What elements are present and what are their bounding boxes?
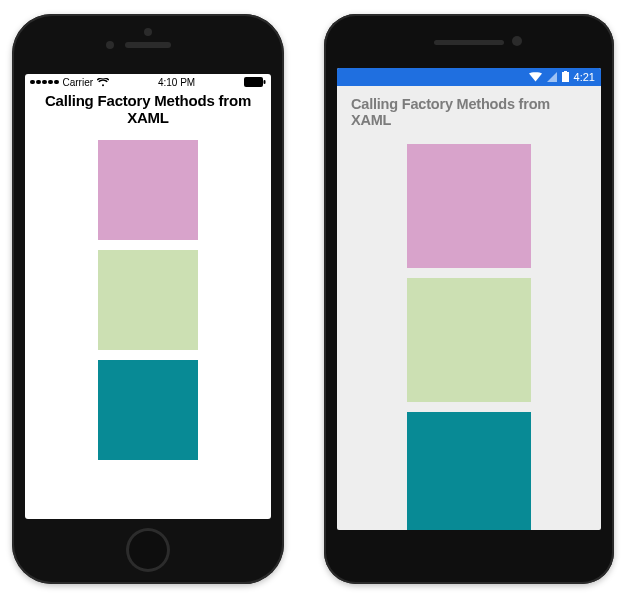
color-swatch-b bbox=[98, 250, 198, 350]
nexus-device-frame: 4:21 Calling Factory Methods from XAML bbox=[324, 14, 614, 584]
color-swatch-a bbox=[407, 144, 531, 268]
android-content bbox=[337, 134, 601, 530]
ios-content bbox=[25, 130, 271, 519]
svg-rect-1 bbox=[264, 80, 266, 84]
wifi-icon bbox=[529, 68, 542, 86]
color-swatch-c bbox=[407, 412, 531, 530]
wifi-icon bbox=[97, 78, 109, 87]
signal-icon bbox=[30, 80, 59, 85]
nexus-camera bbox=[512, 36, 522, 46]
clock-label: 4:10 PM bbox=[158, 77, 195, 88]
color-swatch-a bbox=[98, 140, 198, 240]
color-swatch-b bbox=[407, 278, 531, 402]
clock-label: 4:21 bbox=[574, 71, 595, 83]
nexus-speaker bbox=[434, 40, 504, 45]
ios-status-bar: Carrier 4:10 PM bbox=[25, 74, 271, 90]
svg-rect-0 bbox=[244, 77, 263, 87]
iphone-speaker bbox=[125, 42, 171, 48]
cell-icon bbox=[547, 68, 557, 86]
iphone-device-frame: Carrier 4:10 PM Calling Factory Methods … bbox=[12, 14, 284, 584]
iphone-screen: Carrier 4:10 PM Calling Factory Methods … bbox=[25, 74, 271, 519]
battery-icon bbox=[244, 77, 266, 87]
page-title: Calling Factory Methods from XAML bbox=[337, 86, 601, 134]
nexus-screen: 4:21 Calling Factory Methods from XAML bbox=[337, 68, 601, 530]
iphone-sensor bbox=[144, 28, 152, 36]
carrier-label: Carrier bbox=[63, 77, 94, 88]
home-button[interactable] bbox=[126, 528, 170, 572]
page-title: Calling Factory Methods from XAML bbox=[25, 90, 271, 130]
android-status-bar: 4:21 bbox=[337, 68, 601, 86]
iphone-camera bbox=[106, 41, 114, 49]
battery-icon bbox=[562, 68, 569, 86]
color-swatch-c bbox=[98, 360, 198, 460]
